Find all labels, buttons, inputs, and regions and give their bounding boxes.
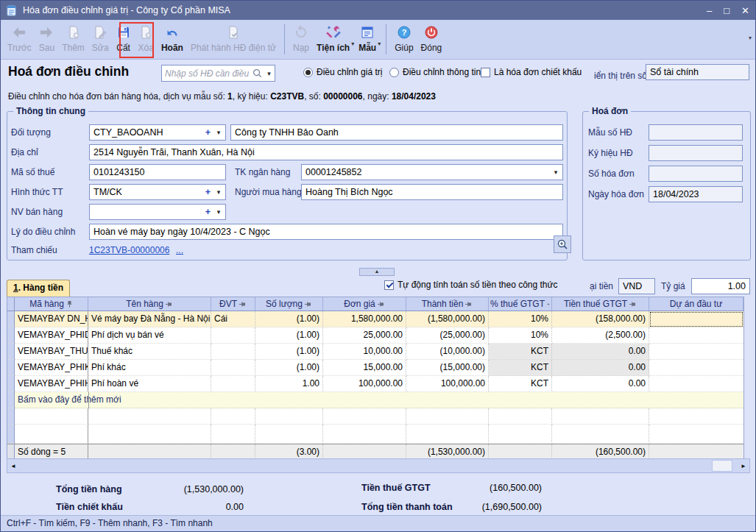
cell-tien-thue[interactable]: (2,500.00): [552, 327, 649, 344]
cell-tien-thue[interactable]: 0.00: [552, 376, 649, 392]
add-new-icon[interactable]: +: [205, 185, 211, 199]
adjust-reason-field[interactable]: Hoàn vé máy bay ngày 10/4/2023 - C Ngọc: [89, 224, 563, 240]
help-button[interactable]: ? Giúp: [391, 23, 417, 53]
cell-dvt[interactable]: [211, 327, 255, 344]
cell-so-luong[interactable]: 1.00: [255, 376, 323, 392]
table-row[interactable]: VEMAYBAY DN_H Vé máy bay Đà Nẵng - Hà Nộ…: [7, 311, 743, 327]
col-thanh-tien[interactable]: Thành tiền: [406, 297, 489, 311]
undo-button[interactable]: Hoãn: [158, 23, 187, 53]
cell-ma-hang[interactable]: VEMAYBAY_PHIK: [15, 360, 88, 376]
cell-dvt[interactable]: [211, 344, 255, 360]
cell-tien-thue[interactable]: 0.00: [552, 344, 649, 360]
customer-name-field[interactable]: Công ty TNHH Bảo Oanh: [230, 124, 563, 141]
add-new-row[interactable]: Bấm vào đây để thêm mới: [7, 392, 743, 408]
cell-ten-hang[interactable]: Vé máy bay Đà Nẵng - Hà Nội: [88, 311, 211, 327]
edit-button[interactable]: Sửa: [88, 23, 113, 53]
chevron-down-icon[interactable]: ▾: [213, 185, 225, 199]
cell-thue[interactable]: KCT: [489, 376, 552, 392]
template-button[interactable]: Mẫu: [355, 23, 380, 53]
customer-code-combo[interactable]: CTY_BAOOANH + ▾: [89, 124, 226, 141]
scrollbar-thumb[interactable]: [712, 460, 732, 472]
cell-ten-hang[interactable]: Phí dịch vụ bán vé: [88, 327, 211, 344]
reference-link[interactable]: 1C23TVB-00000006: [89, 242, 169, 258]
search-dropdown-icon[interactable]: ▾: [264, 70, 275, 77]
table-row[interactable]: VEMAYBAY_PHIK Phí khác (1.00) 15,000.00 …: [7, 360, 743, 376]
publish-einvoice-button[interactable]: Phát hành HĐ điện tử: [187, 23, 280, 53]
scroll-right-icon[interactable]: ►: [738, 459, 749, 472]
cell-thanh-tien[interactable]: (10,000.00): [406, 344, 489, 360]
collapse-panel-button[interactable]: ▲: [359, 268, 395, 276]
scroll-left-icon[interactable]: ◄: [7, 459, 19, 472]
cell-dvt[interactable]: [211, 360, 255, 376]
utilities-dropdown-icon[interactable]: ▾: [351, 40, 354, 47]
display-on-book-field[interactable]: Sổ tài chính: [646, 64, 749, 80]
cell-ma-hang[interactable]: VEMAYBAY_PHID: [15, 327, 88, 344]
cell-thue[interactable]: 10%: [489, 311, 552, 327]
chevron-down-icon[interactable]: ▾: [550, 165, 562, 180]
cell-ma-hang[interactable]: VEMAYBAY DN_H: [15, 311, 88, 327]
cell-thanh-tien[interactable]: 100,000.00: [406, 376, 489, 392]
horizontal-scrollbar[interactable]: ◄ ►: [7, 458, 750, 473]
cell-dvt[interactable]: Cái: [211, 311, 255, 327]
invoice-search-combo[interactable]: ▾: [161, 65, 275, 82]
delete-button[interactable]: Xóa: [135, 23, 158, 53]
close-window-button[interactable]: ✕: [741, 5, 749, 16]
col-ma-hang[interactable]: Mã hàng: [15, 297, 88, 311]
add-new-label[interactable]: Bấm vào đây để thêm mới: [15, 392, 743, 408]
cell-don-gia[interactable]: 15,000.00: [323, 360, 406, 376]
tax-code-field[interactable]: 0101243150: [89, 164, 226, 180]
cell-du-an[interactable]: [649, 327, 743, 344]
cell-ma-hang[interactable]: VEMAYBAY_THUE: [15, 344, 88, 360]
cell-ten-hang[interactable]: Phí khác: [88, 360, 211, 376]
add-new-icon[interactable]: +: [205, 125, 211, 140]
save-button[interactable]: Cất: [113, 23, 135, 53]
cell-don-gia[interactable]: 1,580,000.00: [323, 311, 406, 327]
cell-du-an[interactable]: [649, 360, 743, 376]
col-don-gia[interactable]: Đơn giá: [323, 297, 406, 311]
cell-don-gia[interactable]: 25,000.00: [323, 327, 406, 344]
add-button[interactable]: Thêm: [58, 23, 88, 53]
cell-don-gia[interactable]: 100,000.00: [323, 376, 406, 392]
chevron-down-icon[interactable]: ▾: [213, 205, 225, 219]
toolbar-overflow-icon[interactable]: ▾: [749, 35, 752, 41]
address-field[interactable]: 2514 Nguyễn Trãi, Thanh Xuân, Hà Nội: [89, 144, 563, 160]
cell-du-an[interactable]: [649, 344, 743, 360]
cell-thue[interactable]: KCT: [489, 344, 552, 360]
cell-thue[interactable]: 10%: [489, 327, 552, 344]
table-row[interactable]: VEMAYBAY_PHIH Phí hoàn vé 1.00 100,000.0…: [7, 376, 743, 392]
cell-thanh-tien[interactable]: (1,580,000.00): [406, 311, 489, 327]
reference-more-link[interactable]: ...: [176, 242, 183, 258]
currency-field[interactable]: VND: [618, 278, 655, 294]
payment-method-combo[interactable]: TM/CK + ▾: [89, 184, 226, 200]
cell-ma-hang[interactable]: VEMAYBAY_PHIH: [15, 376, 88, 392]
cell-so-luong[interactable]: (1.00): [255, 360, 323, 376]
utilities-button[interactable]: Tiện ích: [313, 23, 353, 53]
bank-account-combo[interactable]: 00001245852 ▾: [301, 164, 563, 180]
radio-adjust-info[interactable]: Điều chỉnh thông tin: [389, 67, 481, 77]
close-button[interactable]: Đóng: [417, 23, 446, 53]
cell-ten-hang[interactable]: Thuế khác: [88, 344, 211, 360]
cell-so-luong[interactable]: (1.00): [255, 344, 323, 360]
cell-thue[interactable]: KCT: [489, 360, 552, 376]
chevron-down-icon[interactable]: ▾: [213, 125, 225, 140]
reload-button[interactable]: Nạp: [289, 23, 313, 53]
cell-so-luong[interactable]: (1.00): [255, 311, 323, 327]
table-row[interactable]: VEMAYBAY_PHID Phí dịch vụ bán vé (1.00) …: [7, 327, 743, 344]
cell-tien-thue[interactable]: (158,000.00): [552, 311, 649, 327]
col-tien-thue-gtgt[interactable]: Tiền thuế GTGT: [552, 297, 649, 311]
prev-button[interactable]: Trước: [4, 23, 35, 53]
cell-so-luong[interactable]: (1.00): [255, 327, 323, 344]
cell-ten-hang[interactable]: Phí hoàn vé: [88, 376, 211, 392]
template-dropdown-icon[interactable]: ▾: [378, 40, 381, 47]
col-dvt[interactable]: ĐVT: [211, 297, 255, 311]
cell-du-an[interactable]: [649, 376, 743, 392]
salesperson-combo[interactable]: + ▾: [89, 204, 226, 220]
invoice-date-field[interactable]: 18/04/2023: [649, 186, 743, 202]
cell-dvt[interactable]: [211, 376, 255, 392]
next-button[interactable]: Sau: [35, 23, 58, 53]
maximize-button[interactable]: □: [724, 5, 729, 16]
col-so-luong[interactable]: Số lượng: [255, 297, 323, 311]
cell-tien-thue[interactable]: 0.00: [552, 360, 649, 376]
col-thue-gtgt[interactable]: % thuế GTGT: [489, 297, 552, 311]
search-input[interactable]: [162, 65, 252, 81]
